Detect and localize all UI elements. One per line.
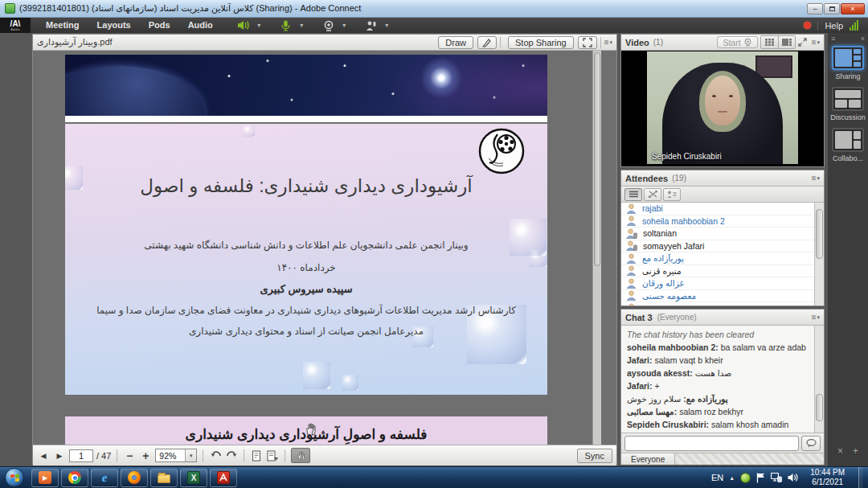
taskbar-media-button[interactable]: ▶ [31,469,59,487]
chat-scrollbar-thumb[interactable] [816,394,823,421]
taskbar-explorer-button[interactable] [150,469,178,487]
share-pod-menu[interactable]: ≡▾ [604,38,612,47]
layout-thumbnail-sharing[interactable] [832,46,864,70]
taskbar-chrome-button[interactable] [61,469,88,487]
attendees-pod-count: (19) [672,174,686,182]
start-button[interactable] [5,468,24,487]
zoom-level-select[interactable]: 92% ▾ [155,449,197,462]
attendee-list-view-icon[interactable] [624,188,642,201]
attendee-row[interactable]: soheila mahboobian 2 [621,215,824,228]
chat-scrollbar[interactable] [814,326,824,433]
connection-status-icon[interactable] [850,20,858,31]
sync-button[interactable]: Sync [577,449,612,463]
speaker-icon[interactable] [233,19,254,31]
attendee-row[interactable]: rajabi [621,203,824,215]
grid-view-icon[interactable] [761,36,778,48]
video-fullscreen-icon[interactable] [798,38,807,47]
chat-pod-menu[interactable]: ≡▾ [812,313,820,322]
volume-tray-icon[interactable] [788,473,798,482]
language-indicator[interactable]: EN [711,473,723,482]
attendee-status-view-icon[interactable] [663,188,681,201]
attendee-person-icon [626,203,637,214]
attendees-pod-menu[interactable]: ≡▾ [812,174,820,182]
fit-width-button[interactable] [250,449,263,463]
maximize-button[interactable] [824,3,840,14]
attendee-row-partial[interactable] [621,302,824,306]
start-webcam-button[interactable]: Start [717,36,757,48]
attendee-row[interactable]: غزاله ورقان [621,277,824,290]
taskbar-pdf-button[interactable] [210,469,237,487]
layout-rail-menu-icon[interactable]: ≡ [831,35,835,43]
chat-send-button[interactable] [801,436,821,451]
layout-thumbnail-collaboration[interactable] [832,128,864,152]
add-layout-icon[interactable]: + [853,445,858,457]
share-content[interactable]: آرشیوداری دیداری شنیداری: فلسفه و اصول و… [33,51,616,445]
share-scrollbar-thumb[interactable] [594,52,600,266]
planet-graphic [65,66,205,116]
adobe-reader-icon [217,471,230,484]
menu-meeting[interactable]: Meeting [37,18,88,33]
stop-sharing-button[interactable]: Stop Sharing [508,36,574,49]
layout-thumbnail-discussion[interactable] [832,87,864,111]
taskbar-clock[interactable]: 10:44 PM 6/1/2021 [804,468,851,487]
rotate-right-button[interactable] [225,449,238,463]
speaker-dropdown[interactable]: ▾ [254,19,264,31]
chat-message: Sepideh Ciruskabiri: salam khosh amadin [627,420,813,430]
layout-label-discussion[interactable]: Discussion [830,113,866,121]
delete-layout-icon[interactable]: × [837,445,843,457]
attendee-row[interactable]: پوریآزاده مع [621,252,824,265]
taskbar-ie-button[interactable]: e [91,469,118,487]
taskbar-excel-button[interactable]: X [180,469,207,487]
action-center-flag-icon[interactable] [756,473,765,483]
attendee-row[interactable]: somayyeh Jafari [621,240,824,253]
recording-indicator[interactable] [804,22,811,29]
filmstrip-view-icon[interactable] [778,36,795,48]
webcam-dropdown[interactable]: ▾ [339,19,350,31]
draw-button[interactable]: Draw [438,36,473,49]
fullscreen-icon[interactable] [578,36,597,49]
menu-audio[interactable]: Audio [179,18,222,33]
webcam-video[interactable]: Sepideh Ciruskabiri [647,51,798,164]
previous-page-button[interactable]: ◀ [37,449,50,463]
page-number-input[interactable] [69,449,93,462]
minimize-button[interactable]: – [807,3,823,14]
chat-input[interactable] [624,436,799,451]
menu-pods[interactable]: Pods [140,18,179,33]
attendee-person-icon [626,303,637,306]
hand-tool-button[interactable] [291,448,310,463]
zoom-out-button[interactable]: − [123,449,136,463]
attendee-row[interactable]: معصومه حسنی [621,290,824,303]
video-pod-menu[interactable]: ≡▾ [812,38,820,47]
video-stage: Sepideh Ciruskabiri [621,51,824,166]
share-scrollbar[interactable] [592,51,601,445]
pointer-tool-button[interactable] [477,36,497,49]
zoom-dropdown-icon[interactable]: ▾ [185,449,196,461]
show-desktop-button[interactable] [858,467,863,488]
antivirus-tray-icon[interactable] [740,473,751,483]
close-button[interactable]: × [841,3,865,14]
network-tray-icon[interactable] [771,473,782,482]
attendees-scrollbar[interactable] [814,203,824,306]
fit-page-button[interactable] [266,449,279,463]
next-page-button[interactable]: ▶ [53,449,66,463]
chat-message-list[interactable]: The chat history has been cleared soheil… [621,326,824,433]
attendee-row[interactable]: منیره قزنی [621,265,824,278]
microphone-icon[interactable] [276,19,297,31]
layout-rail-close-icon[interactable]: × [861,35,865,43]
zoom-in-button[interactable]: + [139,449,152,463]
attendee-row[interactable]: soltanian [621,228,824,240]
chat-tab-everyone[interactable]: Everyone [621,453,675,465]
taskbar-firefox-button[interactable] [121,469,148,487]
rotate-left-button[interactable] [209,449,222,463]
raise-hand-icon[interactable] [361,19,382,31]
webcam-icon[interactable] [318,19,339,31]
tray-expand-icon[interactable]: ▲ [729,475,735,481]
menu-layouts[interactable]: Layouts [88,18,140,33]
microphone-dropdown[interactable]: ▾ [297,19,307,31]
attendees-scrollbar-thumb[interactable] [816,209,823,259]
layout-label-sharing[interactable]: Sharing [835,72,860,80]
raise-hand-dropdown[interactable]: ▾ [382,19,392,31]
help-menu[interactable]: Help [825,21,843,31]
layout-label-collaboration[interactable]: Collabo... [833,154,863,162]
breakout-view-icon[interactable] [644,188,661,201]
